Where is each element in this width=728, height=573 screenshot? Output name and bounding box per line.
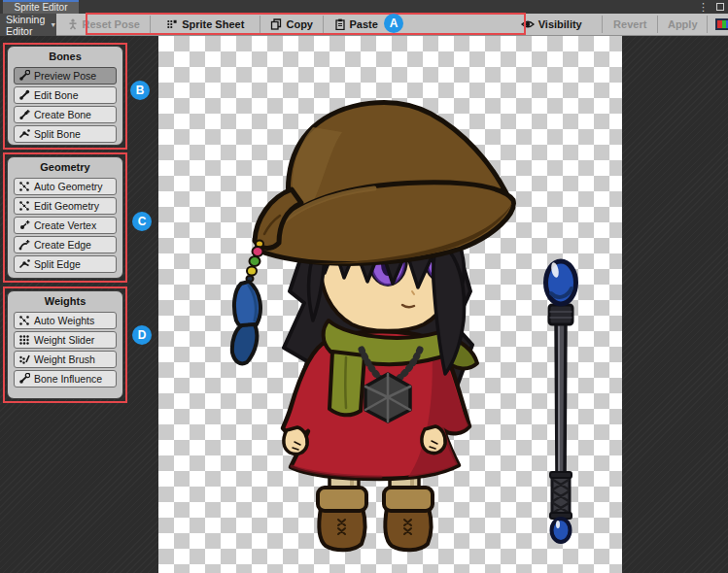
create-vertex-button[interactable]: Create Vertex [14,217,117,234]
create-edge-button[interactable]: Create Edge [14,236,117,253]
preview-pose-icon [18,70,30,82]
bone-influence-button[interactable]: Bone Influence [14,370,117,388]
annotation-letter-d: D [132,325,152,345]
weight-brush-button[interactable]: Weight Brush [14,351,117,368]
edit-bone-label: Edit Bone [34,89,79,101]
rgb-swatch-icon [715,18,728,30]
edit-bone-icon [18,89,30,101]
character-feather [232,282,260,363]
sprite-sheet-button[interactable]: Sprite Sheet [151,14,260,35]
edit-geometry-button[interactable]: Edit Geometry [14,197,117,215]
kebab-menu-icon[interactable]: ⋮ [698,2,709,12]
auto-weights-icon [18,315,30,326]
eye-icon [521,18,535,30]
split-edge-label: Split Edge [34,258,81,270]
weights-panel-title: Weights [8,293,122,310]
toolbar-spacer [388,14,501,35]
create-bone-button[interactable]: Create Bone [14,106,117,123]
auto-weights-button[interactable]: Auto Weights [14,312,117,329]
copy-icon [270,18,282,30]
annotation-letter-b: B [130,81,150,100]
bones-panel-title: Bones [8,49,122,65]
reset-pose-icon [67,18,79,30]
paste-label: Paste [350,18,378,30]
skinning-editor-label: Skinning Editor [6,14,45,37]
staff-sprite [546,261,576,542]
split-edge-icon [18,258,30,270]
split-edge-button[interactable]: Split Edge [14,255,117,273]
apply-button[interactable]: Apply [658,14,707,35]
create-bone-icon [18,109,30,120]
auto-geometry-label: Auto Geometry [34,181,103,192]
unity-cube-pendant [365,374,410,421]
paste-icon [334,18,346,30]
toolbar: Reset Pose Sprite Sheet Copy Paste Visib… [56,14,728,36]
edit-geometry-icon [18,200,30,212]
split-bone-button[interactable]: Split Bone [14,125,117,143]
create-bone-label: Create Bone [34,109,91,120]
preview-pose-button[interactable]: Preview Pose [14,67,117,84]
bone-influence-label: Bone Influence [34,373,102,385]
paste-button[interactable]: Paste [324,14,388,35]
geometry-panel: Geometry Auto Geometry Edit Geometry Cre… [7,156,123,279]
visibility-label: Visibility [538,18,582,30]
sprite-canvas[interactable] [158,36,622,573]
create-vertex-label: Create Vertex [34,219,96,231]
reset-pose-label: Reset Pose [83,18,140,30]
window-controls: ⋮ [698,0,724,14]
auto-geometry-icon [18,181,30,192]
revert-label: Revert [613,18,646,30]
split-bone-label: Split Bone [34,128,81,140]
preview-pose-label: Preview Pose [34,70,96,82]
titlebar: Sprite Editor ⋮ [0,0,728,14]
split-bone-icon [18,128,30,140]
weight-slider-label: Weight Slider [34,334,94,346]
tab-sprite-editor[interactable]: Sprite Editor [3,0,79,14]
weights-panel: Weights Auto Weights Weight Slider Weigh… [7,290,123,399]
sprite-sheet-icon [166,18,178,30]
reset-pose-button[interactable]: Reset Pose [56,14,150,35]
auto-weights-label: Auto Weights [34,315,94,326]
character-boots [318,488,433,550]
weight-brush-icon [18,354,30,365]
annotation-letter-c: C [132,212,152,231]
create-vertex-icon [18,219,30,231]
create-edge-label: Create Edge [34,239,91,251]
color-channel-button[interactable] [708,14,728,35]
character-hat [255,103,513,264]
unity-sprite-editor-window: Sprite Editor ⋮ Skinning Editor ▼ Reset … [0,0,728,573]
skinning-editor-dropdown[interactable]: Skinning Editor ▼ [0,14,56,36]
toolbar-row: Skinning Editor ▼ Reset Pose Sprite Shee… [0,14,728,36]
bones-panel: Bones Preview Pose Edit Bone Create Bone… [7,46,123,146]
maximize-icon[interactable] [716,3,724,11]
chevron-down-icon: ▼ [50,21,56,28]
visibility-button[interactable]: Visibility [501,14,602,35]
create-edge-icon [18,239,30,251]
sprite-sheet-label: Sprite Sheet [182,18,244,30]
apply-label: Apply [668,18,698,30]
auto-geometry-button[interactable]: Auto Geometry [14,178,117,195]
weight-brush-label: Weight Brush [34,354,95,365]
edit-geometry-label: Edit Geometry [34,200,99,212]
geometry-panel-title: Geometry [8,159,122,176]
character-sprite [158,36,622,573]
bone-influence-icon [18,373,30,385]
weight-slider-button[interactable]: Weight Slider [14,331,117,349]
edit-bone-button[interactable]: Edit Bone [14,86,117,104]
character-beads [247,241,264,283]
revert-button[interactable]: Revert [603,14,657,35]
copy-button[interactable]: Copy [260,14,323,35]
copy-label: Copy [286,18,313,30]
weight-slider-icon [18,334,30,346]
